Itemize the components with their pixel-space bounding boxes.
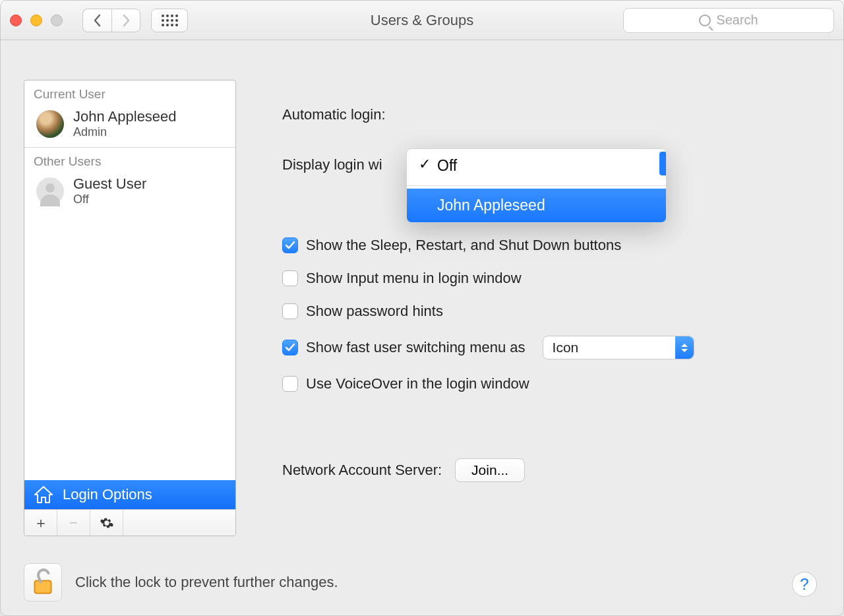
search-icon <box>699 15 711 26</box>
chevron-right-icon <box>121 14 131 27</box>
voiceover-label: Use VoiceOver in the login window <box>306 375 529 392</box>
current-user-header: Current User <box>24 80 235 104</box>
remove-user-button[interactable]: − <box>57 510 90 536</box>
search-placeholder: Search <box>716 13 758 28</box>
close-window-button[interactable] <box>10 15 22 26</box>
show-input-label: Show Input menu in login window <box>306 270 522 287</box>
join-button[interactable]: Join... <box>455 458 525 482</box>
display-login-label: Display login wi <box>282 156 382 173</box>
login-options-row[interactable]: Login Options <box>24 480 235 509</box>
minimize-window-button[interactable] <box>30 15 42 26</box>
checkbox-group: Show the Sleep, Restart, and Shut Down b… <box>282 237 800 392</box>
footer: Click the lock to prevent further change… <box>1 549 843 615</box>
network-row: Network Account Server: Join... <box>282 458 800 482</box>
guest-user-row[interactable]: Guest User Off <box>24 171 235 214</box>
show-sleep-checkbox[interactable] <box>282 237 298 253</box>
fast-switch-label: Show fast user switching menu as <box>306 339 526 356</box>
user-info: Guest User Off <box>73 175 146 206</box>
other-users-header: Other Users <box>24 148 235 171</box>
user-role: Admin <box>73 125 177 139</box>
user-status: Off <box>73 193 146 206</box>
dropdown-separator <box>407 185 666 186</box>
user-info: John Appleseed Admin <box>73 108 177 139</box>
show-all-button[interactable] <box>151 9 188 32</box>
current-user-row[interactable]: John Appleseed Admin <box>24 104 235 147</box>
svg-rect-1 <box>36 582 50 592</box>
forward-button[interactable] <box>111 9 140 32</box>
show-input-checkbox[interactable] <box>282 270 298 286</box>
avatar <box>36 177 64 205</box>
user-name: Guest User <box>73 175 146 193</box>
voiceover-checkbox[interactable] <box>282 376 298 392</box>
preferences-window: Users & Groups Search Current User John … <box>0 0 844 616</box>
titlebar: Users & Groups Search <box>1 1 843 40</box>
nav-buttons <box>82 9 140 32</box>
gear-icon <box>100 516 114 530</box>
login-options-label: Login Options <box>63 486 152 503</box>
chevron-left-icon <box>93 14 102 27</box>
dropdown-item-user[interactable]: John Appleseed <box>407 189 666 222</box>
automatic-login-dropdown: Off John Appleseed <box>406 148 667 223</box>
fast-switch-checkbox[interactable] <box>282 340 298 355</box>
zoom-window-button[interactable] <box>51 15 63 26</box>
fast-switch-value: Icon <box>553 340 579 355</box>
users-sidebar: Current User John Appleseed Admin Other … <box>24 80 236 536</box>
show-hints-checkbox[interactable] <box>282 303 298 319</box>
select-arrows-icon <box>675 336 694 359</box>
show-hints-label: Show password hints <box>306 303 443 320</box>
user-name: John Appleseed <box>73 108 177 125</box>
house-icon <box>34 485 53 504</box>
search-input[interactable]: Search <box>623 8 834 33</box>
back-button[interactable] <box>82 9 111 32</box>
sidebar-toolbar: ＋ − <box>24 509 235 536</box>
automatic-login-label: Automatic login: <box>282 106 386 123</box>
add-user-button[interactable]: ＋ <box>24 510 57 536</box>
spacer <box>24 214 235 480</box>
lock-text: Click the lock to prevent further change… <box>75 574 338 591</box>
window-controls <box>10 15 63 26</box>
content-area: Current User John Appleseed Admin Other … <box>1 40 843 549</box>
settings-gear-button[interactable] <box>90 510 123 536</box>
lock-button[interactable] <box>24 563 62 601</box>
dropdown-item-off[interactable]: Off <box>407 149 666 183</box>
grid-icon <box>162 15 178 26</box>
fast-switch-select[interactable]: Icon <box>543 336 694 359</box>
unlocked-lock-icon <box>32 569 54 596</box>
help-button[interactable]: ? <box>792 572 817 597</box>
show-sleep-label: Show the Sleep, Restart, and Shut Down b… <box>306 237 621 254</box>
network-label: Network Account Server: <box>282 462 442 479</box>
avatar <box>36 110 64 138</box>
